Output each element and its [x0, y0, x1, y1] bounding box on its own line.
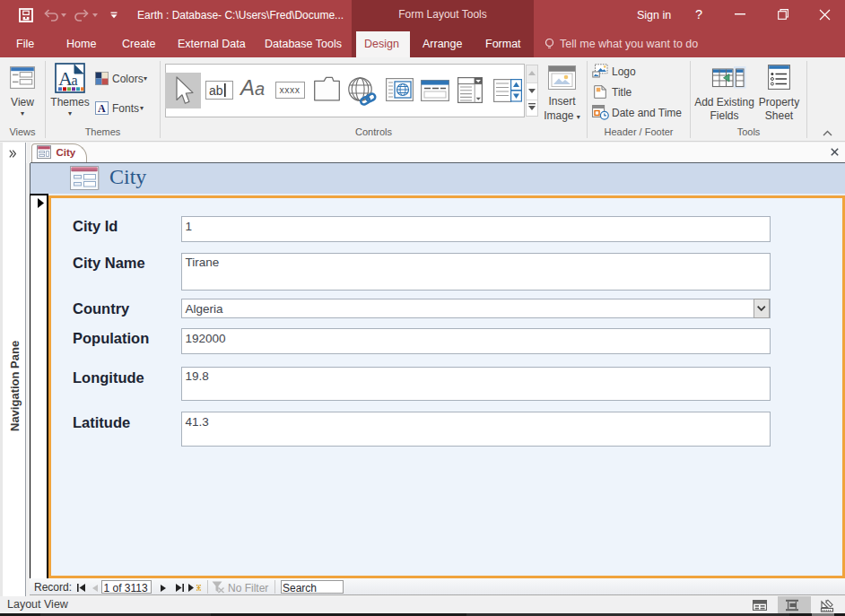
svg-text:A: A [98, 102, 106, 115]
svg-text:a: a [72, 73, 78, 88]
svg-text:xxxx: xxxx [280, 84, 301, 95]
svg-text:ab: ab [209, 83, 223, 98]
